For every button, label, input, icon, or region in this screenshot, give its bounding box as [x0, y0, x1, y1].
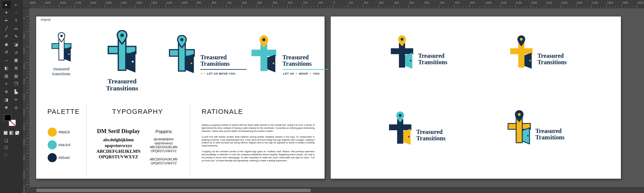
logo-wordmark-line2: Transitions [282, 61, 337, 67]
ruler-tick [27, 83, 29, 84]
color-swatch-teal[interactable] [48, 140, 57, 149]
palette-swatch-row[interactable]: #f6b819 [48, 128, 70, 137]
free-transform-tool[interactable]: ▦ [12, 57, 20, 64]
color-swatch-yellow[interactable] [48, 128, 57, 137]
v-ruler-label: 600 [23, 109, 25, 115]
ruler-tick [38, 6, 38, 8]
artboard-color-explorations[interactable]: Treasured Transitions Treasured Transiti… [331, 16, 621, 179]
pen-tool[interactable]: ✒ [2, 17, 11, 24]
logo-variant-stacked[interactable]: Treasured Transitions [94, 30, 150, 92]
color-button[interactable] [4, 131, 8, 135]
logo-wordmark-line1: Treasured [537, 53, 595, 59]
ruler-tick [333, 5, 333, 8]
gradient-tool[interactable]: ▨ [12, 72, 20, 80]
horizontal-ruler[interactable]: 2000190018001700160015001400130012001100… [22, 0, 644, 8]
mesh-tool[interactable]: ▤ [2, 72, 11, 80]
scale-tool[interactable]: ⊿ [12, 49, 20, 56]
h-ruler-label: 1000 [486, 1, 492, 4]
logo-colorway-yellow-navy[interactable]: Treasured Transitions [507, 35, 598, 78]
pencil-tool[interactable]: ✎ [12, 33, 20, 40]
rationale-text[interactable]: Adding a popping contrast of yellow with… [202, 124, 315, 165]
ruler-tick [26, 32, 29, 32]
ruler-tick [27, 132, 29, 132]
eyedropper-tool[interactable]: ✧ [2, 80, 11, 88]
fill-color-swatch[interactable] [4, 114, 11, 121]
lasso-tool[interactable]: ◌ [12, 9, 20, 16]
artboard-tool[interactable]: ◨ [2, 96, 11, 104]
ruler-tick [26, 77, 29, 78]
edit-toolbar-button[interactable]: ∷ [4, 152, 18, 158]
artboard-original[interactable]: original treasured transitions Treasured… [36, 16, 325, 179]
zoom-tool[interactable]: ⊙ [12, 104, 20, 111]
shape-builder-tool[interactable]: ◧ [2, 65, 11, 72]
ruler-tick [457, 6, 458, 8]
ruler-tick [150, 5, 151, 8]
h-ruler-label: 400 [273, 1, 277, 4]
blob-brush-tool[interactable]: ◉ [2, 41, 11, 48]
ruler-tick [263, 6, 263, 8]
paintbrush-tool[interactable]: ✐ [2, 33, 11, 40]
type-tool[interactable]: T [12, 17, 20, 24]
eraser-tool[interactable]: ◪ [12, 41, 20, 48]
logo-variant-outline[interactable]: treasured transitions [36, 32, 87, 76]
ruler-tick [175, 6, 175, 8]
ruler-tick [135, 5, 135, 8]
rotate-tool[interactable]: ↺ [2, 49, 11, 56]
ruler-tick [26, 16, 29, 17]
ruler-tick [436, 6, 436, 8]
slice-tool[interactable]: ✂ [12, 96, 20, 104]
ruler-origin-corner[interactable] [22, 0, 29, 8]
logo-colorway-yellow-outline[interactable]: Treasured Transitions [505, 110, 596, 153]
palette-swatch-row[interactable]: #4dc3c9 [48, 140, 70, 149]
scrollbar-thumb[interactable] [36, 189, 311, 192]
ruler-tick [27, 126, 29, 126]
draw-mode-button[interactable]: ❏ [4, 138, 18, 143]
ruler-tick [71, 6, 72, 8]
logo-wordmark-line1: Treasured [416, 129, 474, 135]
ruler-tick [187, 6, 187, 8]
line-segment-tool[interactable]: ╱ [2, 25, 11, 32]
ruler-tick [27, 105, 29, 105]
v-ruler-label: 1100 [23, 185, 25, 193]
ruler-tick [540, 6, 540, 8]
direct-selection-tool[interactable]: ▹ [12, 1, 20, 9]
logo-variant-flat[interactable]: Treasured Transitions LET US✦MOVE✦YOU [248, 35, 339, 81]
sans-font-specimen[interactable]: Poppins abcdefghijklmn opqrstuvwxyz ABCD… [139, 129, 188, 165]
ruler-tick [527, 6, 528, 8]
width-tool[interactable]: ↔ [2, 57, 11, 64]
logo-colorway-navy-yellow-teal[interactable]: Treasured Transitions [388, 35, 479, 78]
perspective-grid-tool[interactable]: ⊞ [12, 65, 20, 72]
none-button[interactable] [15, 131, 19, 135]
vertical-ruler[interactable]: 010020030040050060070080090010001100 [22, 8, 29, 193]
magic-wand-tool[interactable]: ✦ [2, 9, 11, 16]
symbol-sprayer-tool[interactable]: ❊ [2, 88, 11, 96]
logo-wordmark-line2: Transitions [418, 59, 476, 65]
screen-mode-button[interactable]: ▢ [4, 145, 18, 149]
ruler-tick [53, 6, 53, 8]
column-graph-tool[interactable]: ▙ [12, 88, 20, 96]
h-ruler-label: 1600 [90, 1, 96, 4]
ruler-tick [293, 6, 294, 8]
selection-tool[interactable]: ▸ [2, 1, 11, 9]
logo-variant-horizontal[interactable]: Treasured Transitions ✦✧LET US MOVE YOU [166, 35, 257, 81]
artboard-name-label: original [41, 18, 50, 21]
ruler-tick [345, 6, 345, 8]
h-ruler-label: 400 [394, 1, 399, 4]
horizontal-scrollbar[interactable] [29, 187, 644, 193]
color-swatch-navy[interactable] [48, 153, 57, 162]
v-ruler-label: 900 [23, 154, 25, 161]
typography-title: TYPOGRAPHY [112, 108, 163, 116]
ruler-tick [430, 6, 430, 8]
hand-tool[interactable]: ✥ [2, 104, 11, 111]
blend-tool[interactable]: ❐ [12, 80, 20, 88]
rationale-paragraph: Adding a popping contrast of yellow with… [202, 124, 315, 133]
ruler-tick [506, 6, 506, 8]
ruler-tick [56, 6, 56, 8]
palette-swatch-row[interactable]: #0f2a42 [48, 153, 70, 162]
gradient-button[interactable] [9, 131, 13, 135]
logo-colorway-navy-teal-yellow[interactable]: Treasured Transitions [386, 111, 477, 154]
ruler-tick [214, 6, 215, 8]
ruler-tick [27, 166, 29, 166]
ruler-tick [412, 6, 412, 8]
rectangle-tool[interactable]: ▭ [12, 25, 20, 32]
